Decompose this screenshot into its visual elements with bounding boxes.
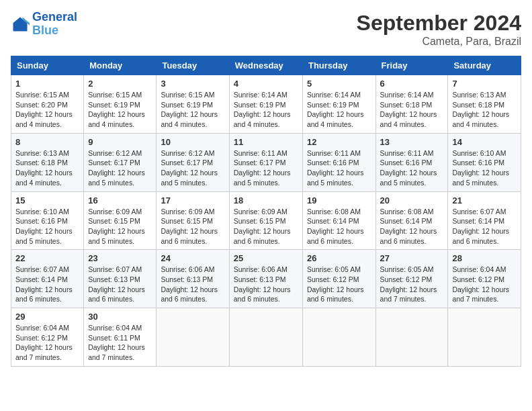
cell-info: Sunrise: 6:11 AM Sunset: 6:17 PM Dayligh… — [234, 148, 298, 188]
calendar-cell: 26Sunrise: 6:05 AM Sunset: 6:12 PM Dayli… — [302, 250, 375, 308]
cell-info: Sunrise: 6:10 AM Sunset: 6:16 PM Dayligh… — [15, 207, 79, 246]
day-number: 23 — [88, 253, 152, 263]
calendar-cell: 6Sunrise: 6:14 AM Sunset: 6:18 PM Daylig… — [375, 75, 448, 134]
calendar-cell: 18Sunrise: 6:09 AM Sunset: 6:15 PM Dayli… — [229, 191, 302, 250]
cell-info: Sunrise: 6:09 AM Sunset: 6:15 PM Dayligh… — [161, 207, 224, 246]
logo: General Blue — [11, 11, 77, 38]
day-number: 11 — [234, 137, 298, 147]
day-number: 6 — [380, 79, 444, 89]
calendar-cell: 16Sunrise: 6:09 AM Sunset: 6:15 PM Dayli… — [84, 191, 157, 250]
day-number: 13 — [380, 137, 444, 147]
calendar-header-row: SundayMondayTuesdayWednesdayThursdayFrid… — [11, 56, 521, 75]
calendar-cell: 29Sunrise: 6:04 AM Sunset: 6:12 PM Dayli… — [11, 308, 84, 367]
cell-info: Sunrise: 6:13 AM Sunset: 6:18 PM Dayligh… — [15, 148, 79, 188]
calendar-cell — [229, 308, 302, 367]
day-number: 7 — [452, 79, 517, 89]
day-number: 3 — [161, 79, 224, 89]
calendar-cell — [157, 308, 229, 367]
cell-info: Sunrise: 6:04 AM Sunset: 6:12 PM Dayligh… — [452, 265, 517, 304]
day-number: 28 — [452, 253, 517, 263]
cell-info: Sunrise: 6:14 AM Sunset: 6:19 PM Dayligh… — [307, 90, 371, 130]
calendar-cell: 17Sunrise: 6:09 AM Sunset: 6:15 PM Dayli… — [157, 191, 229, 250]
calendar-week-5: 29Sunrise: 6:04 AM Sunset: 6:12 PM Dayli… — [11, 308, 521, 367]
day-number: 4 — [234, 79, 298, 89]
calendar-week-2: 8Sunrise: 6:13 AM Sunset: 6:18 PM Daylig… — [11, 133, 521, 191]
calendar-cell: 23Sunrise: 6:07 AM Sunset: 6:13 PM Dayli… — [84, 250, 157, 308]
day-number: 10 — [161, 137, 224, 147]
day-header-monday: Monday — [84, 56, 157, 75]
calendar-week-3: 15Sunrise: 6:10 AM Sunset: 6:16 PM Dayli… — [11, 191, 521, 250]
day-number: 21 — [452, 195, 517, 205]
cell-info: Sunrise: 6:12 AM Sunset: 6:17 PM Dayligh… — [161, 148, 224, 188]
calendar-cell: 30Sunrise: 6:04 AM Sunset: 6:11 PM Dayli… — [84, 308, 157, 367]
day-number: 12 — [307, 137, 371, 147]
cell-info: Sunrise: 6:04 AM Sunset: 6:12 PM Dayligh… — [15, 323, 79, 363]
calendar-cell: 2Sunrise: 6:15 AM Sunset: 6:19 PM Daylig… — [84, 75, 157, 134]
cell-info: Sunrise: 6:05 AM Sunset: 6:12 PM Dayligh… — [307, 265, 371, 304]
calendar-cell: 11Sunrise: 6:11 AM Sunset: 6:17 PM Dayli… — [229, 133, 302, 191]
day-number: 16 — [88, 195, 152, 205]
logo-text: General Blue — [32, 11, 77, 38]
logo-icon — [11, 15, 30, 34]
calendar-cell: 12Sunrise: 6:11 AM Sunset: 6:16 PM Dayli… — [302, 133, 375, 191]
calendar-cell: 24Sunrise: 6:06 AM Sunset: 6:13 PM Dayli… — [157, 250, 229, 308]
day-number: 22 — [15, 253, 79, 263]
cell-info: Sunrise: 6:15 AM Sunset: 6:19 PM Dayligh… — [161, 90, 224, 130]
calendar-cell: 7Sunrise: 6:13 AM Sunset: 6:18 PM Daylig… — [448, 75, 521, 134]
calendar-cell: 22Sunrise: 6:07 AM Sunset: 6:14 PM Dayli… — [11, 250, 84, 308]
cell-info: Sunrise: 6:14 AM Sunset: 6:18 PM Dayligh… — [380, 90, 444, 130]
calendar-cell: 5Sunrise: 6:14 AM Sunset: 6:19 PM Daylig… — [302, 75, 375, 134]
month-year: September 2024 — [357, 11, 521, 36]
calendar-cell: 19Sunrise: 6:08 AM Sunset: 6:14 PM Dayli… — [302, 191, 375, 250]
calendar-cell: 10Sunrise: 6:12 AM Sunset: 6:17 PM Dayli… — [157, 133, 229, 191]
cell-info: Sunrise: 6:09 AM Sunset: 6:15 PM Dayligh… — [88, 207, 152, 246]
day-number: 19 — [307, 195, 371, 205]
cell-info: Sunrise: 6:13 AM Sunset: 6:18 PM Dayligh… — [452, 90, 517, 130]
day-number: 29 — [15, 312, 79, 322]
day-header-friday: Friday — [375, 56, 448, 75]
cell-info: Sunrise: 6:04 AM Sunset: 6:11 PM Dayligh… — [88, 323, 152, 363]
calendar-table: SundayMondayTuesdayWednesdayThursdayFrid… — [11, 56, 521, 367]
calendar-cell: 25Sunrise: 6:06 AM Sunset: 6:13 PM Dayli… — [229, 250, 302, 308]
cell-info: Sunrise: 6:12 AM Sunset: 6:17 PM Dayligh… — [88, 148, 152, 188]
day-header-wednesday: Wednesday — [229, 56, 302, 75]
calendar-cell — [375, 308, 448, 367]
cell-info: Sunrise: 6:08 AM Sunset: 6:14 PM Dayligh… — [307, 207, 371, 246]
cell-info: Sunrise: 6:07 AM Sunset: 6:14 PM Dayligh… — [15, 265, 79, 304]
calendar-cell — [302, 308, 375, 367]
day-number: 24 — [161, 253, 224, 263]
calendar-cell: 1Sunrise: 6:15 AM Sunset: 6:20 PM Daylig… — [11, 75, 84, 134]
day-number: 9 — [88, 137, 152, 147]
svg-marker-0 — [13, 17, 28, 31]
cell-info: Sunrise: 6:15 AM Sunset: 6:20 PM Dayligh… — [15, 90, 79, 130]
day-number: 30 — [88, 312, 152, 322]
page-header: General Blue September 2024 Cameta, Para… — [11, 11, 521, 48]
calendar-cell: 13Sunrise: 6:11 AM Sunset: 6:16 PM Dayli… — [375, 133, 448, 191]
cell-info: Sunrise: 6:15 AM Sunset: 6:19 PM Dayligh… — [88, 90, 152, 130]
location: Cameta, Para, Brazil — [357, 36, 521, 48]
day-number: 17 — [161, 195, 224, 205]
day-header-saturday: Saturday — [448, 56, 521, 75]
cell-info: Sunrise: 6:06 AM Sunset: 6:13 PM Dayligh… — [161, 265, 224, 304]
cell-info: Sunrise: 6:11 AM Sunset: 6:16 PM Dayligh… — [307, 148, 371, 188]
cell-info: Sunrise: 6:11 AM Sunset: 6:16 PM Dayligh… — [380, 148, 444, 188]
calendar-cell: 28Sunrise: 6:04 AM Sunset: 6:12 PM Dayli… — [448, 250, 521, 308]
day-header-thursday: Thursday — [302, 56, 375, 75]
calendar-cell: 14Sunrise: 6:10 AM Sunset: 6:16 PM Dayli… — [448, 133, 521, 191]
calendar-week-1: 1Sunrise: 6:15 AM Sunset: 6:20 PM Daylig… — [11, 75, 521, 134]
title-block: September 2024 Cameta, Para, Brazil — [357, 11, 521, 48]
calendar-cell — [448, 308, 521, 367]
calendar-cell: 15Sunrise: 6:10 AM Sunset: 6:16 PM Dayli… — [11, 191, 84, 250]
cell-info: Sunrise: 6:07 AM Sunset: 6:13 PM Dayligh… — [88, 265, 152, 304]
day-number: 14 — [452, 137, 517, 147]
day-number: 26 — [307, 253, 371, 263]
cell-info: Sunrise: 6:14 AM Sunset: 6:19 PM Dayligh… — [234, 90, 298, 130]
cell-info: Sunrise: 6:09 AM Sunset: 6:15 PM Dayligh… — [234, 207, 298, 246]
calendar-cell: 9Sunrise: 6:12 AM Sunset: 6:17 PM Daylig… — [84, 133, 157, 191]
cell-info: Sunrise: 6:08 AM Sunset: 6:14 PM Dayligh… — [380, 207, 444, 246]
cell-info: Sunrise: 6:07 AM Sunset: 6:14 PM Dayligh… — [452, 207, 517, 246]
cell-info: Sunrise: 6:10 AM Sunset: 6:16 PM Dayligh… — [452, 148, 517, 188]
calendar-week-4: 22Sunrise: 6:07 AM Sunset: 6:14 PM Dayli… — [11, 250, 521, 308]
day-number: 20 — [380, 195, 444, 205]
calendar-cell: 27Sunrise: 6:05 AM Sunset: 6:12 PM Dayli… — [375, 250, 448, 308]
